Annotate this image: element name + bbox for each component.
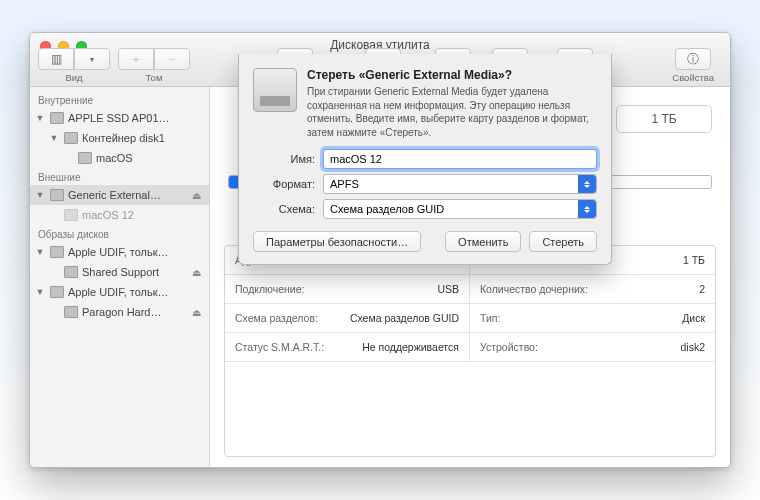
info-button[interactable]: ⓘ bbox=[675, 48, 711, 70]
sidebar-icon: ▥ bbox=[51, 52, 62, 66]
volume-icon bbox=[64, 209, 78, 221]
table-row: Статус S.M.A.R.T.:Не поддерживается bbox=[225, 333, 470, 362]
format-row: Формат: APFS bbox=[253, 174, 597, 194]
volume-icon bbox=[64, 306, 78, 318]
cell-val: disk2 bbox=[680, 341, 705, 353]
cell-val: Схема разделов GUID bbox=[350, 312, 459, 324]
cell-val: 2 bbox=[699, 283, 705, 295]
chevron-updown-icon bbox=[578, 175, 596, 193]
sidebar-item-apple-ssd[interactable]: ▼APPLE SSD AP01… bbox=[30, 108, 209, 128]
volume-add-button[interactable]: ＋ bbox=[118, 48, 154, 70]
sidebar-item-label: macOS 12 bbox=[82, 209, 134, 221]
volume-label: Том bbox=[146, 72, 163, 83]
info-label: Свойства bbox=[672, 72, 714, 83]
sidebar-cat-internal: Внутренние bbox=[30, 91, 209, 108]
table-row: Схема разделов:Схема разделов GUID bbox=[225, 304, 470, 333]
sidebar-cat-images: Образы дисков bbox=[30, 225, 209, 242]
table-row: Подключение:USB bbox=[225, 275, 470, 304]
table-row: Тип:Диск bbox=[470, 304, 715, 333]
cell-key: Количество дочерних: bbox=[480, 283, 588, 295]
cell-val: Не поддерживается bbox=[362, 341, 459, 353]
sidebar-item-label: Generic External… bbox=[68, 189, 161, 201]
cancel-button[interactable]: Отменить bbox=[445, 231, 521, 252]
sidebar-item-label: Apple UDIF, тольк… bbox=[68, 246, 169, 258]
cell-key: Подключение: bbox=[235, 283, 305, 295]
volume-remove-button[interactable]: － bbox=[154, 48, 190, 70]
format-value: APFS bbox=[330, 178, 359, 190]
cell-key: Устройство: bbox=[480, 341, 538, 353]
sheet-title: Стереть «Generic External Media»? bbox=[307, 68, 597, 82]
sidebar-item-label: Apple UDIF, тольк… bbox=[68, 286, 169, 298]
name-input[interactable]: macOS 12 bbox=[323, 149, 597, 169]
info-icon: ⓘ bbox=[687, 51, 699, 68]
drive-icon bbox=[50, 112, 64, 124]
disk-utility-window: Дисковая утилита ▥ ▾ Вид ＋ － Том bbox=[29, 32, 731, 468]
erase-sheet: Стереть «Generic External Media»? При ст… bbox=[238, 54, 612, 265]
sheet-desc: При стирании Generic External Media буде… bbox=[307, 85, 597, 139]
volume-icon bbox=[78, 152, 92, 164]
sidebar-item-udif1[interactable]: ▼Apple UDIF, тольк… bbox=[30, 242, 209, 262]
cell-key: Тип: bbox=[480, 312, 500, 324]
info-table: Адрес:Внешние Емкость:1 ТБ Подключение:U… bbox=[224, 245, 716, 457]
name-row: Имя: macOS 12 bbox=[253, 149, 597, 169]
erase-confirm-button[interactable]: Стереть bbox=[529, 231, 597, 252]
sidebar-item-udif2[interactable]: ▼Apple UDIF, тольк… bbox=[30, 282, 209, 302]
drive-icon bbox=[50, 189, 64, 201]
scheme-value: Схема разделов GUID bbox=[330, 203, 444, 215]
sidebar-item-generic-external[interactable]: ▼Generic External…⏏ bbox=[30, 185, 209, 205]
drive-large-icon bbox=[253, 68, 297, 112]
drive-icon bbox=[64, 132, 78, 144]
cell-key: Статус S.M.A.R.T.: bbox=[235, 341, 324, 353]
chevron-down-icon: ▾ bbox=[90, 55, 94, 64]
sidebar-item-macos[interactable]: macOS bbox=[30, 148, 209, 168]
eject-icon[interactable]: ⏏ bbox=[192, 307, 201, 318]
view-button[interactable]: ▥ bbox=[38, 48, 74, 70]
scheme-select[interactable]: Схема разделов GUID bbox=[323, 199, 597, 219]
sidebar-item-label: Контейнер disk1 bbox=[82, 132, 165, 144]
cell-key: Схема разделов: bbox=[235, 312, 318, 324]
dmg-icon bbox=[50, 246, 64, 258]
cell-val: Диск bbox=[682, 312, 705, 324]
view-menu-button[interactable]: ▾ bbox=[74, 48, 110, 70]
sidebar-item-paragon[interactable]: Paragon Hard…⏏ bbox=[30, 302, 209, 322]
sidebar-item-label: Shared Support bbox=[82, 266, 159, 278]
sheet-buttons: Параметры безопасности… Отменить Стереть bbox=[253, 231, 597, 252]
toolbar-view-group: ▥ ▾ Вид bbox=[38, 48, 110, 83]
name-input-text: macOS 12 bbox=[330, 153, 382, 165]
cell-val: USB bbox=[437, 283, 459, 295]
eject-icon[interactable]: ⏏ bbox=[192, 267, 201, 278]
name-label: Имя: bbox=[253, 153, 315, 165]
table-row: Устройство:disk2 bbox=[470, 333, 715, 362]
scheme-row: Схема: Схема разделов GUID bbox=[253, 199, 597, 219]
volume-icon bbox=[64, 266, 78, 278]
sidebar: Внутренние ▼APPLE SSD AP01… ▼Контейнер d… bbox=[30, 87, 210, 467]
capacity-badge: 1 ТБ bbox=[616, 105, 712, 133]
format-label: Формат: bbox=[253, 178, 315, 190]
cell-val: 1 ТБ bbox=[683, 254, 705, 266]
eject-icon[interactable]: ⏏ bbox=[192, 190, 201, 201]
sidebar-item-macos12[interactable]: macOS 12 bbox=[30, 205, 209, 225]
sidebar-item-label: APPLE SSD AP01… bbox=[68, 112, 170, 124]
scheme-label: Схема: bbox=[253, 203, 315, 215]
sheet-header: Стереть «Generic External Media»? При ст… bbox=[253, 68, 597, 139]
format-select[interactable]: APFS bbox=[323, 174, 597, 194]
dmg-icon bbox=[50, 286, 64, 298]
sidebar-item-container[interactable]: ▼Контейнер disk1 bbox=[30, 128, 209, 148]
sidebar-item-sharedsupport[interactable]: Shared Support⏏ bbox=[30, 262, 209, 282]
table-row: Количество дочерних:2 bbox=[470, 275, 715, 304]
sidebar-item-label: Paragon Hard… bbox=[82, 306, 162, 318]
sidebar-item-label: macOS bbox=[96, 152, 133, 164]
toolbar-volume-group: ＋ － Том bbox=[118, 48, 190, 83]
sidebar-cat-external: Внешние bbox=[30, 168, 209, 185]
chevron-updown-icon bbox=[578, 200, 596, 218]
security-options-button[interactable]: Параметры безопасности… bbox=[253, 231, 421, 252]
view-label: Вид bbox=[65, 72, 82, 83]
